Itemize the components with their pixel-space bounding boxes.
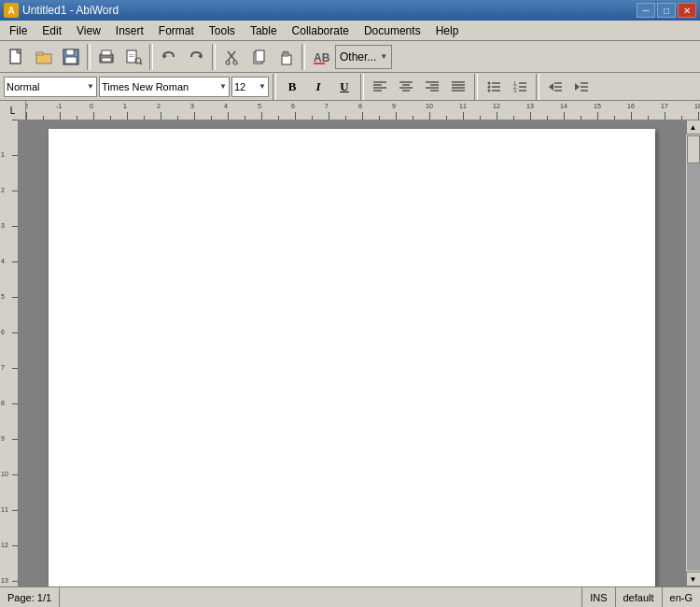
separator1 [87, 44, 91, 70]
lang-label: default [623, 592, 654, 603]
scroll-up-button[interactable]: ▲ [686, 120, 701, 134]
svg-point-45 [488, 85, 491, 88]
unordered-list-button[interactable] [482, 76, 506, 98]
undo-button[interactable] [156, 44, 182, 70]
spell-dropdown-arrow: ▼ [380, 52, 387, 61]
minimize-button[interactable]: ─ [637, 3, 655, 18]
scroll-track[interactable] [687, 135, 700, 571]
page-info: Page: 1/1 [7, 592, 51, 603]
vertical-scrollbar[interactable]: ▲ ▼ [685, 120, 700, 586]
align-justify-button[interactable] [446, 76, 470, 98]
page-status: Page: 1/1 [0, 587, 60, 607]
align-left-button[interactable] [368, 76, 392, 98]
menu-help[interactable]: Help [428, 22, 467, 39]
italic-button[interactable]: I [306, 76, 330, 98]
font-select[interactable]: Times New Roman ▼ [99, 77, 230, 97]
svg-marker-60 [575, 83, 580, 91]
print-button[interactable] [93, 44, 119, 70]
separator3 [212, 44, 216, 70]
document-page[interactable] [49, 129, 655, 586]
menu-file[interactable]: File [2, 22, 35, 39]
window-controls: ─ □ ✕ [637, 3, 696, 18]
menu-insert[interactable]: Insert [108, 22, 151, 39]
svg-marker-56 [549, 83, 553, 91]
separator6 [360, 74, 364, 100]
menu-tools[interactable]: Tools [202, 22, 243, 39]
window-title: Untitled1 - AbiWord [22, 4, 119, 17]
menu-format[interactable]: Format [151, 22, 202, 39]
svg-rect-5 [66, 49, 74, 55]
spell-dropdown-label: Other... [340, 50, 376, 64]
menu-view[interactable]: View [69, 22, 108, 39]
document-area[interactable] [19, 120, 685, 586]
spell-language-dropdown[interactable]: Other... ▼ [335, 45, 392, 69]
font-size-select[interactable]: 12 ▼ [231, 77, 269, 97]
svg-text:3.: 3. [513, 88, 518, 93]
horizontal-ruler: -2-1012345678910111213141516171819 [26, 101, 700, 120]
svg-text:ABC: ABC [314, 51, 330, 64]
style-value: Normal [7, 81, 39, 92]
svg-line-14 [140, 63, 142, 64]
underline-button[interactable]: U [332, 76, 357, 98]
svg-rect-9 [102, 58, 111, 62]
ins-label: INS [590, 592, 607, 603]
scroll-down-button[interactable]: ▼ [686, 572, 701, 586]
align-center-button[interactable] [394, 76, 418, 98]
toolbar2: Normal ▼ Times New Roman ▼ 12 ▼ B I U [0, 73, 700, 101]
separator5 [273, 74, 276, 100]
separator8 [536, 74, 539, 100]
bold-button[interactable]: B [280, 76, 304, 98]
svg-rect-11 [129, 54, 134, 55]
spell-check-button[interactable]: ABC [308, 44, 334, 70]
svg-marker-15 [163, 54, 167, 59]
status-bar: Page: 1/1 INS default en-G [0, 586, 700, 607]
save-button[interactable] [58, 44, 84, 70]
toolbar1: ABC Other... ▼ [0, 41, 700, 73]
svg-rect-12 [129, 56, 134, 57]
separator2 [149, 44, 153, 70]
locale-label: en-G [670, 592, 693, 603]
style-select[interactable]: Normal ▼ [4, 77, 97, 97]
close-button[interactable]: ✕ [678, 3, 696, 18]
maximize-button[interactable]: □ [657, 3, 676, 18]
font-size-arrow: ▼ [259, 82, 266, 91]
font-size-value: 12 [234, 81, 245, 92]
menu-bar: File Edit View Insert Format Tools Table… [0, 21, 700, 41]
font-value: Times New Roman [102, 81, 189, 92]
align-right-button[interactable] [420, 76, 444, 98]
svg-rect-25 [284, 51, 287, 54]
main-area: 1234567891011121314 ▲ ▼ [0, 120, 700, 586]
app-icon: A [4, 3, 19, 18]
status-middle [60, 587, 582, 607]
ordered-list-button[interactable]: 1.2.3. [508, 76, 532, 98]
font-arrow: ▼ [219, 82, 227, 91]
title-bar: A Untitled1 - AbiWord ─ □ ✕ [0, 0, 700, 21]
separator4 [301, 44, 305, 70]
open-button[interactable] [31, 44, 57, 70]
menu-documents[interactable]: Documents [357, 22, 428, 39]
print-preview-button[interactable] [120, 44, 147, 70]
copy-button[interactable] [245, 44, 272, 70]
menu-edit[interactable]: Edit [35, 22, 69, 39]
svg-point-20 [233, 61, 237, 64]
ins-status: INS [582, 587, 615, 607]
ruler-corner: L [0, 101, 26, 120]
svg-rect-3 [36, 52, 43, 55]
menu-table[interactable]: Table [243, 22, 285, 39]
paste-button[interactable] [273, 44, 299, 70]
svg-point-44 [488, 81, 491, 84]
title-bar-left: A Untitled1 - AbiWord [4, 3, 119, 18]
scroll-thumb[interactable] [687, 135, 700, 163]
new-button[interactable] [4, 44, 30, 70]
increase-indent-button[interactable] [569, 76, 594, 98]
locale-status: en-G [663, 587, 700, 607]
separator7 [474, 74, 478, 100]
svg-point-19 [226, 61, 230, 64]
decrease-indent-button[interactable] [543, 76, 567, 98]
menu-collaborate[interactable]: Collaborate [285, 22, 357, 39]
ruler-container: L -2-1012345678910111213141516171819 [0, 101, 700, 120]
redo-button[interactable] [183, 44, 209, 70]
cut-button[interactable] [218, 44, 245, 70]
svg-marker-16 [198, 54, 202, 59]
svg-point-46 [488, 89, 491, 92]
